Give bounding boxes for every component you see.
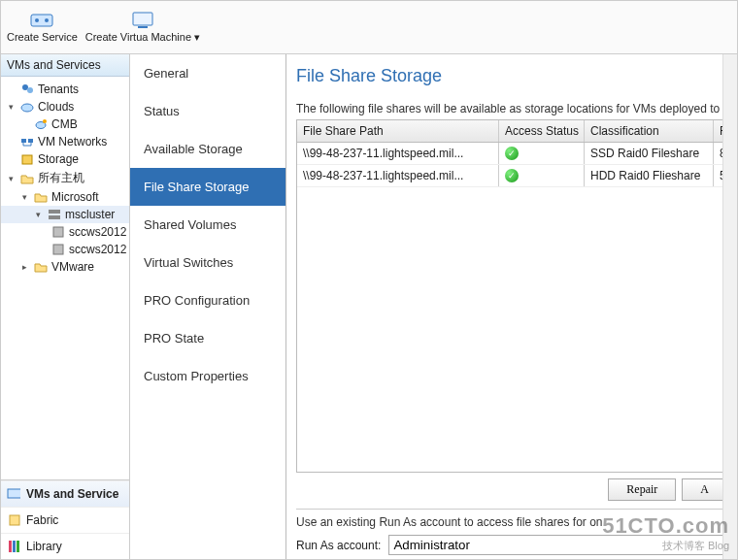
svg-rect-3 bbox=[133, 13, 152, 25]
nav-item-storage[interactable]: Storage bbox=[1, 150, 129, 168]
fabric-icon bbox=[7, 513, 20, 527]
svg-rect-19 bbox=[9, 541, 12, 552]
col-access[interactable]: Access Status bbox=[499, 120, 585, 142]
left-nav: VMs and Services Tenants▾CloudsCMBVM Net… bbox=[1, 54, 130, 559]
wunderbar-fabric[interactable]: Fabric bbox=[1, 507, 129, 533]
host-icon bbox=[51, 225, 65, 239]
col-class[interactable]: Classification bbox=[585, 120, 714, 142]
cell-path: \\99-48-237-11.lightspeed.mil... bbox=[297, 165, 499, 186]
folder-icon bbox=[34, 260, 48, 274]
nav-item-label: 所有主机 bbox=[38, 170, 84, 186]
nav-item-tenants[interactable]: Tenants bbox=[1, 81, 129, 98]
svg-point-6 bbox=[27, 87, 33, 93]
wunderbar-label: VMs and Service bbox=[26, 487, 118, 501]
create-service-button[interactable]: Create Service bbox=[7, 3, 78, 51]
svg-rect-13 bbox=[49, 210, 60, 214]
grid-body: \\99-48-237-11.lightspeed.mil...✓SSD Rai… bbox=[297, 143, 726, 472]
settings-option-custom-properties[interactable]: Custom Properties bbox=[130, 357, 285, 395]
expander-icon: ▸ bbox=[22, 262, 30, 272]
cloud-icon bbox=[20, 100, 34, 114]
cloud-dot-icon bbox=[34, 117, 48, 131]
ribbon-toolbar: Create Service Create Virtua Machine ▾ bbox=[1, 1, 737, 54]
settings-option-file-share-storage[interactable]: File Share Storage bbox=[130, 168, 285, 206]
table-row[interactable]: \\99-48-237-11.lightspeed.mil...✓HDD Rai… bbox=[297, 165, 726, 187]
folder-icon bbox=[34, 190, 48, 204]
col-path[interactable]: File Share Path bbox=[297, 120, 499, 142]
settings-option-virtual-switches[interactable]: Virtual Switches bbox=[130, 244, 285, 281]
cluster-icon bbox=[48, 208, 61, 221]
nav-item-microsoft[interactable]: ▾Microsoft bbox=[1, 188, 129, 206]
detail-pane: File Share Storage The following file sh… bbox=[286, 54, 737, 559]
nav-item-label: mscluster bbox=[65, 208, 115, 221]
settings-option-shared-volumes[interactable]: Shared Volumes bbox=[130, 206, 285, 244]
svg-rect-11 bbox=[28, 139, 33, 143]
settings-option-status[interactable]: Status bbox=[130, 92, 285, 130]
nav-tree: Tenants▾CloudsCMBVM NetworksStorage▾所有主机… bbox=[1, 77, 129, 479]
cell-path: \\99-48-237-11.lightspeed.mil... bbox=[297, 143, 499, 164]
library-icon bbox=[7, 540, 20, 553]
svg-rect-18 bbox=[10, 515, 19, 525]
svg-point-2 bbox=[45, 18, 49, 22]
table-row[interactable]: \\99-48-237-11.lightspeed.mil...✓SSD Rai… bbox=[297, 143, 726, 165]
svg-rect-0 bbox=[31, 15, 52, 26]
ok-icon: ✓ bbox=[505, 147, 519, 160]
settings-option-pro-state[interactable]: PRO State bbox=[130, 319, 285, 357]
ok-icon: ✓ bbox=[505, 169, 519, 182]
add-button[interactable]: A bbox=[682, 478, 727, 501]
repair-button[interactable]: Repair bbox=[608, 478, 676, 501]
cell-access: ✓ bbox=[499, 143, 585, 164]
nav-item-label: VM Networks bbox=[38, 135, 107, 148]
storage-icon bbox=[20, 152, 34, 166]
nav-item--[interactable]: ▾所有主机 bbox=[1, 168, 129, 188]
runas-input[interactable] bbox=[388, 535, 727, 555]
wunderbar-library[interactable]: Library bbox=[1, 533, 129, 559]
svg-rect-4 bbox=[138, 26, 148, 28]
host-icon bbox=[51, 243, 65, 256]
vmnet-icon bbox=[20, 135, 34, 148]
svg-rect-20 bbox=[13, 541, 16, 552]
cell-access: ✓ bbox=[499, 165, 585, 186]
nav-item-label: CMB bbox=[51, 117, 78, 131]
scrollbar[interactable] bbox=[722, 54, 737, 559]
vm-icon bbox=[131, 11, 154, 30]
expander-icon: ▾ bbox=[22, 192, 30, 202]
svg-point-9 bbox=[43, 119, 47, 123]
wunderbar-label: Library bbox=[26, 540, 62, 553]
nav-item-label: Storage bbox=[38, 152, 79, 166]
nav-item-sccws2012[interactable]: sccws2012 bbox=[1, 241, 129, 258]
vms-icon bbox=[7, 487, 20, 501]
nav-item-vm-networks[interactable]: VM Networks bbox=[1, 133, 129, 150]
nav-item-label: sccws2012 bbox=[69, 243, 126, 256]
runas-section: Use an existing Run As account to access… bbox=[296, 509, 727, 555]
nav-item-label: Clouds bbox=[38, 100, 74, 114]
grid-buttons: Repair A bbox=[296, 473, 727, 507]
nav-section-title: VMs and Services bbox=[1, 54, 129, 77]
expander-icon: ▾ bbox=[36, 210, 44, 219]
page-title: File Share Storage bbox=[296, 66, 727, 86]
wunderbar-label: Fabric bbox=[26, 513, 58, 527]
nav-item-vmware[interactable]: ▸VMware bbox=[1, 258, 129, 276]
folder-icon bbox=[20, 172, 34, 185]
settings-option-pro-configuration[interactable]: PRO Configuration bbox=[130, 281, 285, 319]
nav-item-sccws2012[interactable]: sccws2012 bbox=[1, 223, 129, 241]
settings-option-general[interactable]: General bbox=[130, 54, 285, 92]
create-vm-button[interactable]: Create Virtua Machine ▾ bbox=[85, 3, 200, 51]
cell-class: HDD Raid0 Flieshare bbox=[585, 165, 714, 186]
svg-point-5 bbox=[22, 84, 28, 90]
settings-option-available-storage[interactable]: Available Storage bbox=[130, 130, 285, 168]
cell-class: SSD Raid0 Fileshare bbox=[585, 143, 714, 164]
expander-icon: ▾ bbox=[9, 102, 17, 112]
wunderbar-vms-and-service[interactable]: VMs and Service bbox=[1, 480, 129, 507]
svg-rect-10 bbox=[21, 139, 26, 143]
wunderbar: VMs and ServiceFabricLibrary bbox=[1, 479, 129, 559]
nav-item-label: Microsoft bbox=[51, 190, 99, 204]
nav-item-mscluster[interactable]: ▾mscluster bbox=[1, 206, 129, 223]
grid-header: File Share Path Access Status Classifica… bbox=[297, 120, 726, 143]
settings-list: GeneralStatusAvailable StorageFile Share… bbox=[130, 54, 286, 559]
expander-icon: ▾ bbox=[9, 174, 17, 183]
svg-rect-12 bbox=[22, 155, 32, 164]
nav-item-clouds[interactable]: ▾Clouds bbox=[1, 98, 129, 115]
nav-item-cmb[interactable]: CMB bbox=[1, 115, 129, 133]
svg-rect-14 bbox=[49, 215, 60, 219]
nav-item-label: VMware bbox=[51, 260, 94, 274]
